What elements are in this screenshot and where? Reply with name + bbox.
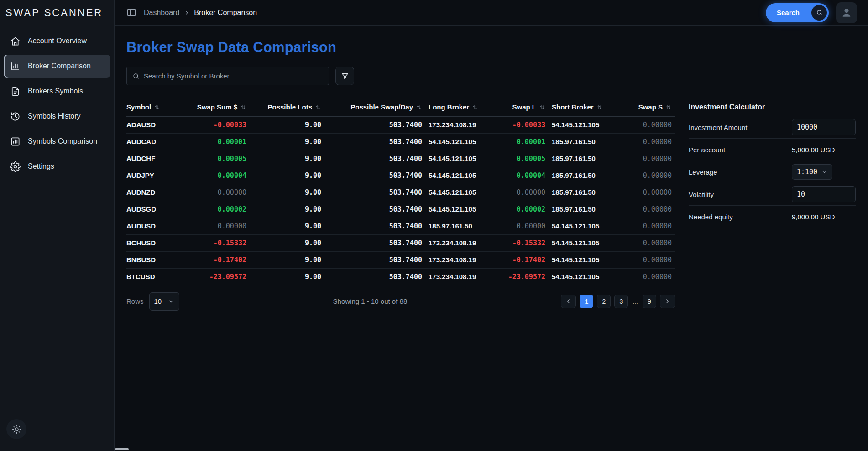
cell-possible-swap-day: 503.7400 — [321, 116, 422, 133]
sort-icon — [240, 104, 246, 110]
page-title: Broker Swap Data Comparison — [126, 39, 857, 56]
rows-label: Rows — [126, 297, 144, 305]
pagination: 123...9 — [561, 295, 675, 308]
volatility-input[interactable] — [792, 186, 856, 202]
column-label: Possible Swap/Day — [350, 103, 413, 111]
sidebar-toggle-button[interactable] — [126, 7, 137, 18]
column-header-swap-l[interactable]: Swap L — [487, 98, 545, 116]
home-icon — [10, 36, 21, 47]
rows-per-page: Rows 10 — [126, 292, 179, 311]
cell-swap-l: 0.00000 — [487, 184, 545, 201]
global-search-button[interactable]: Search — [766, 3, 829, 22]
panel-icon — [126, 7, 136, 18]
column-label: Possible Lots — [267, 103, 312, 111]
filter-button[interactable] — [335, 67, 354, 85]
rows-per-page-select[interactable]: 10 — [149, 292, 179, 311]
cell-short-broker: 54.145.121.105 — [545, 116, 615, 133]
cell-long-broker: 54.145.121.105 — [422, 150, 487, 167]
column-label: Swap S — [638, 103, 663, 111]
table-row: AUDCAD0.000019.00503.740054.145.121.1050… — [126, 133, 675, 150]
rows-per-page-value: 10 — [154, 297, 162, 305]
column-label: Swap L — [512, 103, 536, 111]
pagination-next-button[interactable] — [660, 295, 675, 308]
sidebar-item-label: Brokers Symbols — [28, 87, 83, 95]
table-row: AUDCHF0.000059.00503.740054.145.121.1050… — [126, 150, 675, 167]
history-icon — [10, 111, 21, 122]
cell-possible-swap-day: 503.7400 — [321, 218, 422, 234]
column-header-possible-swap-day[interactable]: Possible Swap/Day — [321, 98, 422, 116]
pagination-page-3[interactable]: 3 — [614, 295, 628, 308]
topbar-actions: Search — [766, 2, 857, 23]
cell-swap-s: 0.00000 — [615, 116, 675, 133]
table-row: AUDNZD0.000009.00503.740054.145.121.1050… — [126, 184, 675, 201]
sidebar-item-symbols-history[interactable]: Symbols History — [4, 105, 110, 128]
column-header-symbol[interactable]: Symbol — [126, 98, 190, 116]
sidebar-item-account-overview[interactable]: Account Overview — [4, 30, 110, 52]
cell-short-broker: 185.97.161.50 — [545, 201, 615, 218]
pagination-page-9[interactable]: 9 — [643, 295, 656, 308]
column-header-swap-s[interactable]: Swap S — [615, 98, 675, 116]
cell-possible-lots: 9.00 — [246, 167, 321, 184]
sidebar-item-settings[interactable]: Settings — [4, 155, 110, 178]
breadcrumb: Dashboard Broker Comparison — [144, 9, 257, 17]
cell-long-broker: 54.145.121.105 — [422, 184, 487, 201]
pagination-prev-button[interactable] — [561, 295, 576, 308]
table-row: BTCUSD-23.095729.00503.7400173.234.108.1… — [126, 268, 675, 285]
cell-swap-s: 0.00000 — [615, 184, 675, 201]
chevron-left-icon — [565, 298, 572, 305]
calculator-row-volatility: Volatility — [689, 183, 856, 206]
cell-symbol: ADAUSD — [126, 116, 190, 133]
cell-possible-swap-day: 503.7400 — [321, 133, 422, 150]
cell-swap-l: 0.00004 — [487, 167, 545, 184]
cell-short-broker: 185.97.161.50 — [545, 184, 615, 201]
chevron-down-icon — [821, 169, 827, 175]
column-label: Long Broker — [429, 103, 469, 111]
cell-symbol: BCHUSD — [126, 234, 190, 251]
cell-swap-l: -0.17402 — [487, 251, 545, 268]
theme-toggle-button[interactable] — [6, 419, 26, 439]
broker-table-section: SymbolSwap Sum $Possible LotsPossible Sw… — [126, 98, 675, 311]
table-row: BNBUSD-0.174029.00503.7400173.234.108.19… — [126, 251, 675, 268]
horizontal-scrollbar-thumb[interactable] — [115, 448, 129, 450]
user-icon — [841, 7, 852, 18]
sidebar-item-broker-comparison[interactable]: Broker Comparison — [4, 55, 110, 78]
cell-swap-s: 0.00000 — [615, 167, 675, 184]
cell-short-broker: 54.145.121.105 — [545, 251, 615, 268]
cell-swap-sum: -23.09572 — [190, 268, 246, 285]
cell-long-broker: 54.145.121.105 — [422, 167, 487, 184]
sidebar-item-symbols-comparison[interactable]: Symbols Comparison — [4, 130, 110, 153]
cell-swap-l: 0.00001 — [487, 133, 545, 150]
app-logo: SWAP SCANNER — [0, 0, 114, 26]
column-header-long-broker[interactable]: Long Broker — [422, 98, 487, 116]
cell-swap-s: 0.00000 — [615, 268, 675, 285]
cell-possible-swap-day: 503.7400 — [321, 251, 422, 268]
investment-amount-input[interactable] — [792, 119, 856, 135]
symbols-list-icon — [10, 86, 21, 97]
topbar: Dashboard Broker Comparison Search — [115, 0, 868, 26]
volatility-control — [792, 186, 856, 202]
cell-possible-swap-day: 503.7400 — [321, 268, 422, 285]
search-input[interactable] — [144, 72, 323, 80]
search-icon — [132, 73, 140, 80]
cell-swap-l: 0.00002 — [487, 201, 545, 218]
profile-button[interactable] — [836, 2, 857, 23]
column-header-possible-lots[interactable]: Possible Lots — [246, 98, 321, 116]
pagination-ellipsis: ... — [632, 298, 639, 305]
column-header-short-broker[interactable]: Short Broker — [545, 98, 615, 116]
sidebar-item-label: Account Overview — [28, 37, 87, 45]
breadcrumb-root[interactable]: Dashboard — [144, 9, 179, 17]
sort-icon — [154, 104, 160, 110]
search-icon — [811, 5, 827, 21]
column-header-swap-sum[interactable]: Swap Sum $ — [190, 98, 246, 116]
sidebar-item-brokers-symbols[interactable]: Brokers Symbols — [4, 80, 110, 103]
cell-short-broker: 54.145.121.105 — [545, 218, 615, 234]
cell-long-broker: 54.145.121.105 — [422, 201, 487, 218]
cell-long-broker: 173.234.108.19 — [422, 234, 487, 251]
global-search-label: Search — [777, 9, 800, 16]
leverage-select[interactable]: 1:100 — [792, 164, 832, 180]
cell-symbol: BTCUSD — [126, 268, 190, 285]
pagination-page-1[interactable]: 1 — [580, 295, 593, 308]
cell-swap-s: 0.00000 — [615, 133, 675, 150]
pagination-page-2[interactable]: 2 — [597, 295, 611, 308]
cell-possible-lots: 9.00 — [246, 201, 321, 218]
